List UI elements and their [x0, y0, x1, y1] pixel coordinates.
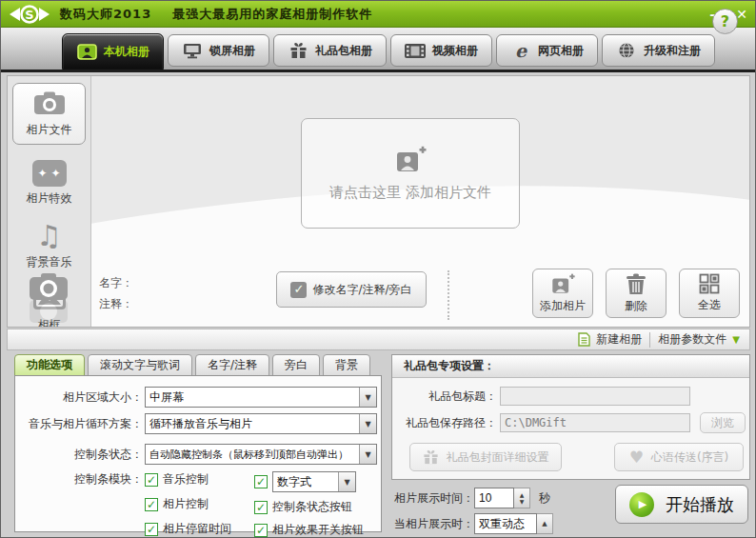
select-all-button[interactable]: 全选: [679, 269, 740, 318]
giftpack-path-label: 礼品包保存路径：: [392, 415, 497, 431]
giftpack-title-input[interactable]: [500, 387, 690, 406]
button-label: 心语传送(序言): [651, 449, 728, 466]
tab-web-album[interactable]: e 网页相册: [496, 34, 598, 67]
dropdown-arrow-icon[interactable]: ▼: [359, 414, 376, 433]
sidebar-item-background-music[interactable]: ♫ 背景音乐: [8, 222, 90, 270]
music-note-icon: ♫: [36, 219, 62, 252]
select-value: 数字式: [273, 474, 338, 490]
tab-label: 本机相册: [104, 44, 149, 60]
duration-spinner[interactable]: ▲ ▼: [514, 488, 530, 508]
app-tagline: 最强大最易用的家庭相册制作软件: [172, 6, 372, 23]
checkbox-digital-style[interactable]: ✓ 数字式 ▼: [254, 471, 364, 492]
music-photo-loop-select[interactable]: 循环播放音乐与相片 ▼: [145, 413, 377, 434]
tab-narration[interactable]: 旁白: [272, 354, 320, 376]
delete-button[interactable]: 删除: [606, 269, 666, 318]
checkbox-icon[interactable]: ✓: [145, 498, 158, 511]
spin-down-icon[interactable]: ▼: [520, 498, 525, 505]
camera-reflection: [29, 299, 69, 328]
sidebar-item-label: 相片特效: [8, 190, 90, 207]
divider: [649, 332, 650, 348]
checkbox-control-bar-state-button[interactable]: ✓ 控制条状态按钮: [254, 499, 364, 515]
tab-lockscreen-album[interactable]: 锁屏相册: [168, 34, 269, 67]
camera-large-icon: [29, 272, 69, 301]
giftpack-path-input[interactable]: [500, 413, 690, 432]
tab-background[interactable]: 背景: [323, 354, 370, 376]
dotted-separator: [448, 270, 449, 320]
button-label: 浏览: [711, 415, 734, 431]
tab-label: 视频相册: [432, 43, 478, 59]
start-play-button[interactable]: ▶ 开始播放: [615, 485, 748, 524]
spin-up-icon[interactable]: ▲: [520, 491, 525, 498]
tab-function-options[interactable]: 功能选项: [14, 354, 85, 376]
dropdown-arrow-icon[interactable]: ▼: [338, 472, 355, 491]
control-bar-state-select[interactable]: 自动隐藏控制条（鼠标移到顶部自动弹出） ▼: [145, 444, 377, 465]
checkbox-icon[interactable]: ✓: [145, 523, 158, 536]
tab-label: 旁白: [285, 357, 308, 373]
tab-local-album[interactable]: 本机相册: [62, 33, 164, 70]
title-bar: S 数码大师2013 最强大最易用的家庭相册制作软件 — ✕: [1, 1, 755, 28]
help-button[interactable]: ?: [712, 9, 738, 34]
sidebar-item-photo-files[interactable]: 相片文件: [12, 83, 86, 145]
giftpack-cover-settings-button[interactable]: 礼品包封面详细设置: [409, 443, 562, 471]
checkbox-icon[interactable]: ✓: [254, 475, 268, 488]
add-photo-icon: [394, 146, 427, 174]
button-label: 礼品包封面详细设置: [447, 449, 549, 466]
button-label: 全选: [698, 297, 721, 313]
album-params-button[interactable]: 相册参数文件 ▼: [658, 331, 740, 348]
checkbox-music-control[interactable]: ✓ 音乐控制: [145, 471, 231, 488]
globe-icon: [616, 42, 637, 59]
button-label: 新建相册: [596, 331, 642, 348]
close-button[interactable]: ✕: [736, 1, 747, 28]
tab-scrolling-text-lyrics[interactable]: 滚动文字与歌词: [88, 354, 192, 376]
heart-icon: ♥: [629, 448, 644, 467]
check-icon: ✓: [290, 282, 307, 298]
duration-input[interactable]: [474, 488, 514, 508]
browse-button[interactable]: 浏览: [700, 412, 746, 433]
button-label: 删除: [625, 298, 647, 314]
display-mode-up-arrow[interactable]: ▲: [537, 513, 553, 534]
name-label: 名字：: [99, 272, 133, 293]
select-all-grid-icon: [699, 273, 720, 294]
tab-upgrade-register[interactable]: 升级和注册: [602, 34, 715, 67]
checkbox-icon[interactable]: ✓: [254, 501, 268, 514]
trash-icon: [626, 273, 647, 295]
dropdown-arrow-icon[interactable]: ▼: [359, 445, 376, 464]
display-mode-select[interactable]: 双重动态: [474, 513, 537, 534]
camera-icon: [33, 90, 66, 115]
tab-label: 滚动文字与歌词: [100, 357, 180, 373]
duration-unit: 秒: [539, 490, 550, 507]
ie-e-icon: e: [510, 42, 531, 59]
dropdown-arrow-icon[interactable]: ▼: [359, 388, 376, 407]
select-value: 双重动态: [475, 516, 536, 532]
display-mode-row: 当相片展示时： 双重动态 ▲: [394, 513, 553, 534]
sparkles-icon: ✦ ✦: [32, 160, 67, 187]
select-value: 自动隐藏控制条（鼠标移到顶部自动弹出）: [146, 448, 359, 462]
note-label: 注释：: [99, 293, 133, 314]
tab-giftpack-album[interactable]: 礼品包相册: [273, 34, 387, 67]
sidebar-item-label: 相片文件: [13, 122, 85, 138]
checkbox-icon[interactable]: ✓: [254, 524, 268, 537]
new-album-button[interactable]: 新建相册: [578, 331, 642, 348]
giftpack-title-label: 礼品包标题：: [392, 389, 497, 405]
digital-style-select[interactable]: 数字式 ▼: [272, 471, 356, 492]
photo-album-icon: [76, 43, 97, 60]
giftpack-settings-panel: 礼品包专项设置： 礼品包标题： 礼品包保存路径： 浏览 礼品包封面详细设置 ♥ …: [391, 354, 750, 480]
checkbox-icon[interactable]: ✓: [145, 473, 158, 487]
tab-label: 背景: [335, 357, 358, 373]
edit-name-note-button[interactable]: ✓ 修改名字/注释/旁白: [276, 271, 427, 308]
checkbox-photo-effect-switch[interactable]: ✓ 相片效果开关按钮: [254, 522, 364, 538]
sidebar-item-photo-effects[interactable]: ✦ ✦ 相片特效: [8, 160, 90, 207]
checkbox-photo-control[interactable]: ✓ 相片控制: [145, 496, 231, 512]
checkbox-label: 音乐控制: [163, 471, 209, 488]
tab-video-album[interactable]: 视频相册: [390, 34, 492, 67]
select-value: 中屏幕: [146, 389, 359, 406]
photo-area-size-select[interactable]: 中屏幕 ▼: [145, 387, 377, 408]
checkbox-photo-stay-time[interactable]: ✓ 相片停留时间: [145, 521, 231, 537]
duration-label: 相片展示时间：: [394, 490, 474, 507]
photo-workspace: 相片文件 ✦ ✦ 相片特效 ♫ 背景音乐 相框 请点: [7, 75, 750, 328]
heart-message-button[interactable]: ♥ 心语传送(序言): [614, 443, 744, 471]
tab-name-note[interactable]: 名字/注释: [195, 354, 269, 376]
function-options-panel: 相片区域大小： 中屏幕 ▼ 音乐与相片循环方案： 循环播放音乐与相片 ▼ 控制条…: [14, 375, 382, 532]
add-photos-button[interactable]: 添加相片: [532, 269, 593, 318]
add-photos-dropzone[interactable]: 请点击这里 添加相片文件: [301, 118, 520, 229]
